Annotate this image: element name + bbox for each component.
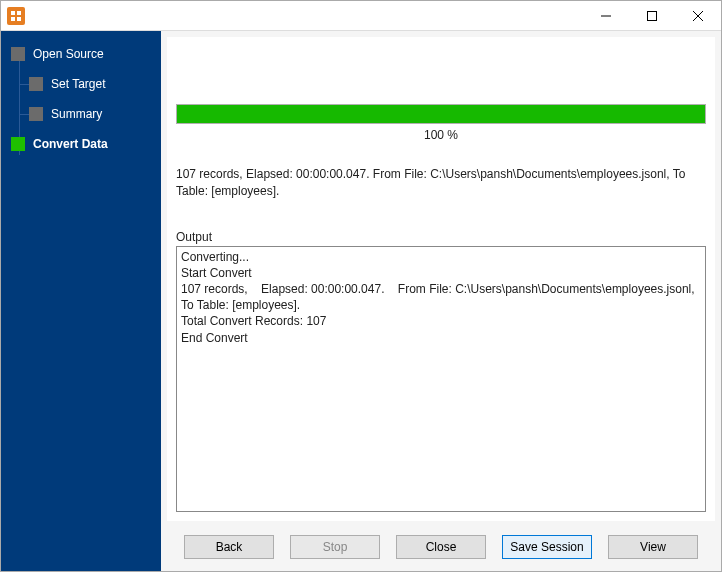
- sidebar-item-summary[interactable]: Summary: [1, 99, 161, 129]
- sidebar-item-convert-data[interactable]: Convert Data: [1, 129, 161, 159]
- svg-rect-3: [17, 17, 21, 21]
- svg-rect-1: [17, 11, 21, 15]
- output-textarea[interactable]: Converting... Start Convert 107 records,…: [176, 246, 706, 512]
- sidebar-item-label: Set Target: [51, 77, 105, 91]
- save-session-button[interactable]: Save Session: [502, 535, 592, 559]
- progress-area: 100 %: [176, 104, 706, 142]
- main-body: 100 % 107 records, Elapsed: 00:00:00.047…: [167, 37, 715, 521]
- sidebar-item-label: Summary: [51, 107, 102, 121]
- status-line: 107 records, Elapsed: 00:00:00.047. From…: [176, 166, 706, 200]
- progress-fill: [177, 105, 705, 123]
- svg-rect-2: [11, 17, 15, 21]
- sidebar: Open Source Set Target Summary Convert D…: [1, 31, 161, 571]
- svg-rect-0: [11, 11, 15, 15]
- content-area: Open Source Set Target Summary Convert D…: [1, 31, 721, 571]
- sidebar-item-label: Convert Data: [33, 137, 108, 151]
- step-box-icon: [11, 47, 25, 61]
- output-label: Output: [176, 230, 706, 244]
- main-panel: 100 % 107 records, Elapsed: 00:00:00.047…: [161, 31, 721, 571]
- progress-bar: [176, 104, 706, 124]
- app-icon: [7, 7, 25, 25]
- sidebar-item-set-target[interactable]: Set Target: [1, 69, 161, 99]
- window-controls: [583, 1, 721, 30]
- close-window-button[interactable]: [675, 1, 721, 30]
- minimize-button[interactable]: [583, 1, 629, 30]
- back-button[interactable]: Back: [184, 535, 274, 559]
- sidebar-item-label: Open Source: [33, 47, 104, 61]
- sidebar-item-open-source[interactable]: Open Source: [1, 39, 161, 69]
- step-box-icon: [29, 77, 43, 91]
- maximize-button[interactable]: [629, 1, 675, 30]
- step-box-icon: [29, 107, 43, 121]
- step-box-icon: [11, 137, 25, 151]
- view-button[interactable]: View: [608, 535, 698, 559]
- svg-rect-5: [648, 11, 657, 20]
- titlebar-left: [1, 7, 25, 25]
- close-button[interactable]: Close: [396, 535, 486, 559]
- button-row: Back Stop Close Save Session View: [161, 527, 721, 571]
- stop-button[interactable]: Stop: [290, 535, 380, 559]
- titlebar: [1, 1, 721, 31]
- progress-percent-label: 100 %: [176, 128, 706, 142]
- app-window: Open Source Set Target Summary Convert D…: [0, 0, 722, 572]
